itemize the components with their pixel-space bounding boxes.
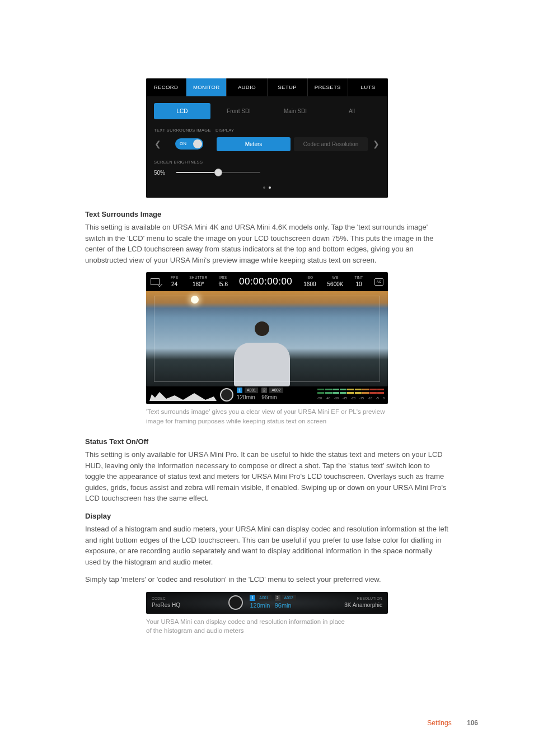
chevron-right-icon[interactable]: ❯ — [372, 138, 380, 150]
battery-indicator[interactable]: AC — [374, 278, 383, 286]
hud-iso[interactable]: ISO 1600 — [303, 275, 316, 289]
hud-shutter-label: SHUTTER — [189, 275, 207, 281]
record-button[interactable] — [220, 388, 233, 402]
paragraph-display-2: Simply tap 'meters' or 'codec and resolu… — [85, 574, 449, 585]
audio-meters[interactable]: -50 -40 -30 -25 -20 -15 -10 -5 0 — [317, 389, 385, 401]
scale-tick: -50 — [317, 396, 322, 400]
page-indicator — [154, 180, 380, 192]
heading-status-text: Status Text On/Off — [85, 436, 449, 447]
page-footer: Settings 106 — [427, 718, 478, 728]
resolution-label: RESOLUTION — [344, 596, 382, 601]
top-tabs: RECORD MONITOR AUDIO SETUP PRESETS LUTS — [146, 78, 388, 96]
paragraph-display-1: Instead of a histogram and audio meters,… — [85, 524, 449, 567]
hud-preview: FPS 24 SHUTTER 180° IRIS f5.6 00:00:00:0… — [146, 272, 388, 404]
tab-monitor[interactable]: MONITOR — [186, 78, 227, 96]
scale-tick: 0 — [383, 396, 385, 400]
subtab-all[interactable]: All — [324, 103, 380, 119]
bottom-bar-preview: CODEC ProRes HQ 1A001 120min 2A002 96min… — [146, 592, 388, 614]
card-1-info[interactable]: 1A001 120min — [250, 595, 271, 610]
footer-page-number: 106 — [467, 719, 478, 727]
hud-tint-value: 10 — [355, 280, 362, 288]
hud-iris[interactable]: IRIS f5.6 — [218, 275, 228, 289]
hud-iris-value: f5.6 — [218, 280, 228, 288]
histogram[interactable] — [149, 389, 217, 401]
monitor-settings-panel: RECORD MONITOR AUDIO SETUP PRESETS LUTS … — [146, 78, 388, 198]
fullscreen-icon[interactable] — [151, 278, 160, 285]
card-1-badge: 1 — [250, 595, 255, 601]
hud-wb-value: 5600K — [327, 280, 344, 288]
card-1-name: A001 — [256, 595, 271, 601]
figure-caption-1: 'Text surrounds image' gives you a clear… — [146, 407, 388, 426]
hud-tint-label: TINT — [354, 275, 363, 281]
chevron-left-icon[interactable]: ❮ — [154, 138, 162, 150]
text-surrounds-toggle[interactable]: ON — [175, 138, 203, 150]
codec-value: ProRes HQ — [152, 601, 180, 609]
hud-fps[interactable]: FPS 24 — [171, 275, 178, 289]
card-2-info[interactable]: 2A002 96min — [261, 388, 283, 402]
tab-setup[interactable]: SETUP — [268, 78, 308, 96]
hud-iris-label: IRIS — [219, 275, 227, 281]
card-1-info[interactable]: 1A001 120min — [237, 388, 258, 402]
codec-label: CODEC — [152, 596, 180, 601]
card-1-time: 120min — [237, 393, 258, 402]
scale-tick: -20 — [351, 396, 355, 400]
card-1-time: 120min — [250, 601, 271, 610]
hud-fps-label: FPS — [171, 275, 178, 281]
card-2-name: A002 — [269, 388, 283, 394]
card-2-time: 96min — [261, 393, 283, 402]
brightness-slider[interactable] — [176, 172, 260, 173]
resolution-info[interactable]: RESOLUTION 3K Anamorphic — [344, 596, 382, 610]
hud-wb[interactable]: WB 5600K — [327, 275, 344, 289]
brightness-value: 50% — [154, 169, 171, 177]
label-text-surrounds: TEXT SURROUNDS IMAGE — [154, 127, 216, 133]
card-2-name: A002 — [282, 595, 296, 601]
footer-section: Settings — [427, 719, 451, 727]
tab-record[interactable]: RECORD — [146, 78, 186, 96]
hud-fps-value: 24 — [171, 280, 177, 288]
tab-audio[interactable]: AUDIO — [227, 78, 267, 96]
scale-tick: -10 — [368, 396, 372, 400]
paragraph-status-text: This setting is only available for URSA … — [85, 449, 449, 504]
scale-tick: -15 — [359, 396, 364, 400]
segment-meters[interactable]: Meters — [217, 137, 291, 151]
hud-wb-label: WB — [332, 275, 339, 281]
hud-iso-value: 1600 — [303, 280, 316, 288]
figure-caption-2: Your URSA Mini can display codec and res… — [146, 617, 348, 636]
toggle-knob-icon — [193, 139, 202, 148]
label-display: DISPLAY — [216, 127, 234, 133]
subtab-front-sdi[interactable]: Front SDI — [210, 103, 267, 119]
subtab-main-sdi[interactable]: Main SDI — [267, 103, 324, 119]
segment-codec-resolution[interactable]: Codec and Resolution — [294, 137, 368, 151]
paragraph-text-surrounds: This setting is available on URSA Mini 4… — [85, 222, 449, 265]
card-1-badge: 1 — [237, 388, 242, 394]
toggle-on-label: ON — [180, 141, 186, 147]
slider-thumb-icon — [214, 169, 222, 176]
hud-tint[interactable]: TINT 10 — [354, 275, 363, 289]
output-subtabs: LCD Front SDI Main SDI All — [154, 103, 380, 119]
codec-info[interactable]: CODEC ProRes HQ — [152, 596, 180, 610]
subtab-lcd[interactable]: LCD — [154, 103, 210, 119]
card-1-name: A001 — [245, 388, 258, 394]
card-2-badge: 2 — [275, 595, 280, 601]
record-button[interactable] — [228, 595, 243, 610]
scale-tick: -5 — [376, 396, 379, 400]
label-screen-brightness: SCREEN BRIGHTNESS — [154, 159, 380, 165]
hud-shutter[interactable]: SHUTTER 180° — [189, 275, 207, 289]
scale-tick: -30 — [334, 396, 339, 400]
hud-shutter-value: 180° — [193, 280, 204, 288]
heading-text-surrounds: Text Surrounds Image — [85, 209, 449, 220]
hud-iso-label: ISO — [307, 275, 313, 281]
tab-luts[interactable]: LUTS — [348, 78, 388, 96]
card-2-badge: 2 — [261, 388, 267, 394]
frame-guide-overlay — [154, 296, 380, 382]
resolution-value: 3K Anamorphic — [344, 601, 382, 609]
hud-timecode[interactable]: 00:00:00:00 — [239, 274, 292, 289]
card-2-info[interactable]: 2A002 96min — [275, 595, 296, 610]
preview-image — [146, 291, 388, 386]
tab-presets[interactable]: PRESETS — [308, 78, 348, 96]
card-2-time: 96min — [275, 601, 296, 610]
heading-display: Display — [85, 511, 449, 522]
scale-tick: -40 — [326, 396, 330, 400]
scale-tick: -25 — [343, 396, 347, 400]
